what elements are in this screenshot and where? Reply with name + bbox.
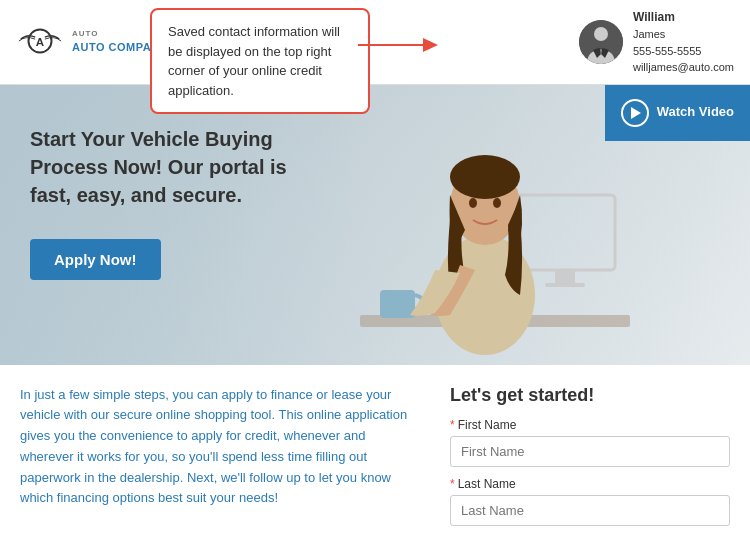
logo-area: A AUTO AUTO COMPANY [16, 18, 167, 66]
description-column: In just a few simple steps, you can appl… [20, 385, 420, 534]
first-name-input[interactable] [450, 436, 730, 467]
form-title: Let's get started! [450, 385, 730, 406]
tooltip-arrow-svg [358, 30, 438, 60]
hero-section: Start Your Vehicle Buying Process Now! O… [0, 85, 750, 365]
hero-content: Start Your Vehicle Buying Process Now! O… [30, 125, 310, 280]
description-text: In just a few simple steps, you can appl… [20, 385, 420, 510]
hero-person-image [330, 95, 630, 365]
svg-marker-5 [423, 38, 438, 52]
first-name-required-star: * [450, 418, 455, 432]
watch-video-button[interactable]: Watch Video [605, 85, 750, 141]
svg-point-15 [469, 198, 477, 208]
last-name-label-text: Last Name [458, 477, 516, 491]
svg-point-16 [493, 198, 501, 208]
tooltip-bubble: Saved contact information will be displa… [150, 8, 370, 114]
apply-now-button[interactable]: Apply Now! [30, 239, 161, 280]
user-phone: 555-555-5555 [633, 43, 734, 60]
user-details: William James 555-555-5555 willjames@aut… [633, 8, 734, 76]
first-name-label-text: First Name [458, 418, 517, 432]
watch-video-label: Watch Video [657, 104, 734, 121]
user-name: William [633, 8, 734, 26]
tooltip-container: Saved contact information will be displa… [150, 8, 370, 114]
form-column: Let's get started! *First Name *Last Nam… [450, 385, 730, 534]
tooltip-text: Saved contact information will be displa… [168, 24, 340, 98]
user-avatar [579, 20, 623, 64]
last-name-required-star: * [450, 477, 455, 491]
user-info: William James 555-555-5555 willjames@aut… [579, 8, 734, 76]
hero-title: Start Your Vehicle Buying Process Now! O… [30, 125, 310, 209]
svg-rect-7 [380, 290, 415, 318]
svg-point-14 [450, 155, 520, 199]
svg-rect-10 [545, 283, 585, 287]
last-name-group: *Last Name [450, 477, 730, 526]
first-name-group: *First Name [450, 418, 730, 467]
svg-rect-9 [555, 270, 575, 285]
user-lastname: James [633, 26, 734, 43]
logo-icon: A [16, 18, 64, 66]
play-circle-icon [621, 99, 649, 127]
first-name-label: *First Name [450, 418, 730, 432]
bottom-section: In just a few simple steps, you can appl… [0, 365, 750, 534]
user-email: willjames@auto.com [633, 59, 734, 76]
header: A AUTO AUTO COMPANY Services About FAQ [0, 0, 750, 85]
svg-point-3 [594, 27, 608, 41]
svg-rect-8 [515, 195, 615, 270]
last-name-input[interactable] [450, 495, 730, 526]
person-svg [330, 95, 630, 365]
play-triangle-icon [631, 107, 641, 119]
last-name-label: *Last Name [450, 477, 730, 491]
svg-text:A: A [36, 36, 45, 48]
